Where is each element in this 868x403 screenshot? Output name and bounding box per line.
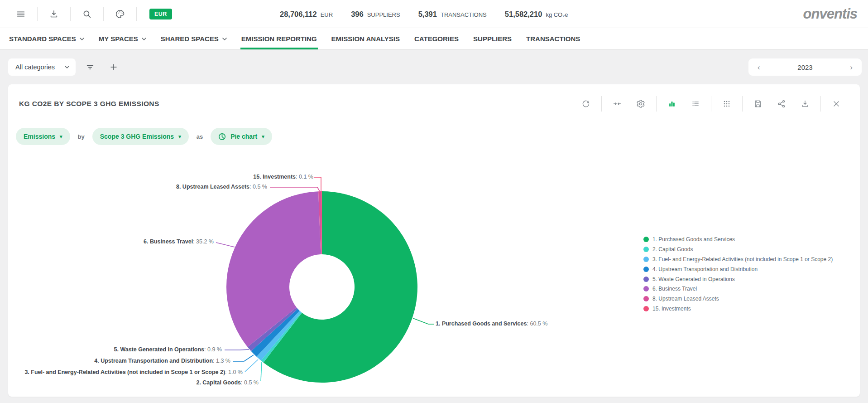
save-button[interactable] <box>746 93 770 115</box>
chevron-down-icon: ▾ <box>178 134 181 140</box>
tab-label: EMISSION ANALYSIS <box>331 35 400 43</box>
export-button[interactable] <box>793 93 817 115</box>
dimension-dropdown[interactable]: Scope 3 GHG Emissions ▾ <box>92 128 189 145</box>
theme-button[interactable] <box>104 0 136 28</box>
previous-year-button[interactable]: ‹ <box>755 63 763 72</box>
year-selector: ‹ 2023 › <box>748 58 862 76</box>
search-button[interactable] <box>71 0 103 28</box>
tab-label: CATEGORIES <box>414 35 459 43</box>
main-nav: STANDARD SPACES MY SPACES SHARED SPACES … <box>0 28 868 50</box>
gear-icon <box>636 99 645 108</box>
category-filter-label: All categories <box>15 63 55 71</box>
stat-unit: EUR <box>321 11 333 18</box>
tab-emission-analysis[interactable]: EMISSION ANALYSIS <box>331 28 400 49</box>
collapse-button[interactable] <box>605 93 629 115</box>
tab-emission-reporting[interactable]: EMISSION REPORTING <box>241 28 317 49</box>
tab-label: SHARED SPACES <box>161 35 219 43</box>
chart-type-dropdown[interactable]: Pie chart ▾ <box>211 128 272 145</box>
menu-button[interactable] <box>5 0 37 28</box>
search-icon <box>82 9 92 19</box>
divider <box>601 96 602 112</box>
slice-label-fuel: 3. Fuel- and Energy-Related Activities (… <box>24 369 243 375</box>
download-icon <box>49 9 59 19</box>
tab-suppliers[interactable]: SUPPLIERS <box>473 28 512 49</box>
stat-co2e: 51,582,210 kg CO₂e <box>505 10 568 19</box>
legend-item-waste[interactable]: 5. Waste Generated in Operations <box>643 274 833 284</box>
tab-label: EMISSION REPORTING <box>241 35 317 43</box>
as-connector: as <box>197 133 203 140</box>
share-icon <box>777 99 786 108</box>
by-connector: by <box>78 133 85 140</box>
tab-label: SUPPLIERS <box>473 35 512 43</box>
share-button[interactable] <box>770 93 793 115</box>
grid-view-button[interactable] <box>715 93 739 115</box>
tab-shared-spaces[interactable]: SHARED SPACES <box>161 28 227 49</box>
measure-dropdown[interactable]: Emissions ▾ <box>16 128 70 145</box>
list-icon <box>691 99 700 108</box>
currency-badge[interactable]: EUR <box>149 9 172 19</box>
legend-dot <box>643 286 649 291</box>
divider <box>820 96 821 112</box>
chevron-down-icon: ▾ <box>60 134 62 140</box>
card-header: KG CO2E BY SCOPE 3 GHG EMISSIONS <box>8 84 860 123</box>
tab-transactions[interactable]: TRANSACTIONS <box>526 28 580 49</box>
divider <box>656 96 657 112</box>
close-button[interactable] <box>825 93 848 115</box>
legend-item-capital[interactable]: 2. Capital Goods <box>643 244 833 254</box>
next-year-button[interactable]: › <box>847 63 855 72</box>
tab-label: STANDARD SPACES <box>9 35 76 43</box>
hamburger-icon <box>16 9 26 19</box>
chart-view-button[interactable] <box>660 93 684 115</box>
chevron-down-icon: ▾ <box>262 134 264 140</box>
save-icon <box>753 99 762 108</box>
stat-transactions: 5,391 TRANSACTIONS <box>418 10 487 19</box>
legend-item-leased[interactable]: 8. Upstream Leased Assets <box>643 294 833 304</box>
legend-item-investments[interactable]: 15. Investments <box>643 304 833 314</box>
chevron-down-icon <box>142 38 146 40</box>
slice-label-leased: 8. Upstream Leased Assets: 0.5 % <box>176 184 267 190</box>
tab-label: MY SPACES <box>99 35 138 43</box>
tab-my-spaces[interactable]: MY SPACES <box>99 28 146 49</box>
stat-unit: kg CO₂e <box>546 11 568 18</box>
chart-type-label: Pie chart <box>230 133 257 140</box>
refresh-button[interactable] <box>574 93 598 115</box>
refresh-icon <box>581 99 590 108</box>
slice-label-purchased: 1. Purchased Goods and Services: 60.5 % <box>436 320 547 327</box>
slice-label-investments: 15. Investments: 0.1 % <box>253 174 313 180</box>
query-builder: Emissions ▾ by Scope 3 GHG Emissions ▾ a… <box>16 128 272 145</box>
legend-dot <box>643 306 649 311</box>
divider <box>742 96 743 112</box>
report-card: KG CO2E BY SCOPE 3 GHG EMISSIONS <box>8 84 860 397</box>
legend-item-transport[interactable]: 4. Upstream Transportation and Distribut… <box>643 264 833 274</box>
slice-label-transport: 4. Upstream Transportation and Distribut… <box>94 358 230 364</box>
bar-chart-icon <box>667 99 676 108</box>
legend-item-fuel[interactable]: 3. Fuel- and Energy-Related Activities (… <box>643 254 833 264</box>
list-view-button[interactable] <box>684 93 707 115</box>
download-button[interactable] <box>38 0 70 28</box>
legend-item-purchased[interactable]: 1. Purchased Goods and Services <box>643 234 833 244</box>
filter-button[interactable] <box>81 58 99 76</box>
donut-chart[interactable] <box>226 191 418 383</box>
legend-dot <box>643 257 649 262</box>
year-value: 2023 <box>797 63 812 71</box>
chevron-down-icon <box>222 38 227 40</box>
page-title: KG CO2E BY SCOPE 3 GHG EMISSIONS <box>19 100 159 108</box>
divider <box>711 96 711 112</box>
legend-item-business[interactable]: 6. Business Travel <box>643 284 833 294</box>
close-icon <box>832 99 841 108</box>
download-icon <box>801 99 810 108</box>
stat-value: 396 <box>351 10 364 19</box>
legend-dot <box>643 296 649 301</box>
stat-value: 5,391 <box>418 10 437 19</box>
slice-label-business: 6. Business Travel: 35.2 % <box>144 238 214 245</box>
chart-legend: 1. Purchased Goods and Services 2. Capit… <box>643 234 833 314</box>
stat-suppliers: 396 SUPPLIERS <box>351 10 400 19</box>
divider <box>136 7 137 21</box>
tab-standard-spaces[interactable]: STANDARD SPACES <box>9 28 84 49</box>
add-widget-button[interactable] <box>105 58 123 76</box>
card-toolbar <box>574 93 848 115</box>
slice-label-waste: 5. Waste Generated in Operations: 0.9 % <box>114 346 222 353</box>
tab-categories[interactable]: CATEGORIES <box>414 28 459 49</box>
settings-button[interactable] <box>629 93 652 115</box>
category-filter-dropdown[interactable]: All categories <box>8 58 76 76</box>
